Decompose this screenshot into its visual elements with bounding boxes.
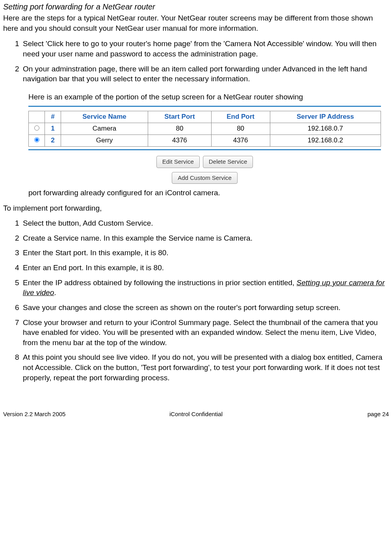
table-row: 1Camera8080192.168.0.7 [29,123,381,135]
step-item: 1Select 'Click here to go to your router… [3,39,389,59]
footer-version: Version 2.2 March 2005 [3,410,132,418]
step-item: 8At this point you should see live video… [3,352,389,383]
step-text: Select the button, Add Custom Service. [23,218,389,228]
step-number: 5 [3,278,23,298]
step-number: 1 [3,39,23,59]
step-text: Create a Service name. In this example t… [23,233,389,243]
step-text: Close your browser and return to your iC… [23,318,389,348]
row-num: 2 [45,135,61,147]
row-radio[interactable] [34,125,39,131]
step-item: 5Enter the IP address obtained by follow… [3,278,389,298]
cell-service: Gerry [61,135,148,147]
row-radio[interactable] [34,137,39,142]
router-screenshot: #Service NameStart PortEnd PortServer IP… [28,106,381,183]
col-header: Server IP Address [270,111,381,123]
cell-start: 4376 [148,135,212,147]
footer-confidential: iControl Confidential [132,410,260,418]
col-header: Service Name [61,111,148,123]
step-text: At this point you should see live video.… [23,352,389,383]
button-row-1: Edit ServiceDelete Service [28,156,381,168]
port-forward-table: #Service NameStart PortEnd PortServer IP… [28,111,381,147]
step-number: 6 [3,303,23,313]
intro-paragraph: Here are the steps for a typical NetGear… [3,13,389,33]
delete-service-button[interactable]: Delete Service [203,156,253,168]
divider-bottom [28,149,381,150]
row-radio-cell[interactable] [29,135,45,147]
example-outro: port forwarding already configured for a… [28,188,389,198]
divider-top [28,106,381,107]
col-select [29,111,45,123]
step-text: On your adminstration page, there will b… [23,64,389,84]
cell-service: Camera [61,123,148,135]
step-text: Save your changes and close the screen a… [23,303,389,313]
step-number: 7 [3,318,23,348]
step-text: Enter an End port. In this example, it i… [23,263,389,273]
add-custom-service-button[interactable]: Add Custom Service [172,172,238,184]
table-row: 2Gerry43764376192.168.0.2 [29,135,381,147]
step-text: Enter the Start port. In this example, i… [23,248,389,258]
steps-list-b: 1Select the button, Add Custom Service.2… [3,218,389,383]
row-num: 1 [45,123,61,135]
step-text: Enter the IP address obtained by followi… [23,278,389,298]
example-intro: Here is an example of the portion of the… [28,92,389,102]
col-header: Start Port [148,111,212,123]
step-item: 4Enter an End port. In this example, it … [3,263,389,273]
steps-list-a: 1Select 'Click here to go to your router… [3,39,389,84]
cell-ip: 192.168.0.7 [270,123,381,135]
step-item: 3Enter the Start port. In this example, … [3,248,389,258]
cell-ip: 192.168.0.2 [270,135,381,147]
cell-end: 80 [211,123,270,135]
button-row-2: Add Custom Service [28,172,381,184]
cell-end: 4376 [211,135,270,147]
col-header: End Port [211,111,270,123]
cell-start: 80 [148,123,212,135]
step-number: 8 [3,352,23,383]
row-radio-cell[interactable] [29,123,45,135]
step-number: 2 [3,233,23,243]
step-item: 1Select the button, Add Custom Service. [3,218,389,228]
step-item: 2Create a Service name. In this example … [3,233,389,243]
step-number: 1 [3,218,23,228]
step-number: 3 [3,248,23,258]
footer-page: page 24 [260,410,389,418]
step-number: 2 [3,64,23,84]
edit-service-button[interactable]: Edit Service [156,156,200,168]
step-item: 6Save your changes and close the screen … [3,303,389,313]
step-item: 7Close your browser and return to your i… [3,318,389,348]
step-item: 2On your adminstration page, there will … [3,64,389,84]
step-text: Select 'Click here to go to your router'… [23,39,389,59]
col-header: # [45,111,61,123]
page-footer: Version 2.2 March 2005 iControl Confiden… [3,410,389,418]
section-title: Setting port forwarding for a NetGear ro… [3,2,389,12]
implement-intro: To implement port forwarding, [3,203,389,213]
step-number: 4 [3,263,23,273]
